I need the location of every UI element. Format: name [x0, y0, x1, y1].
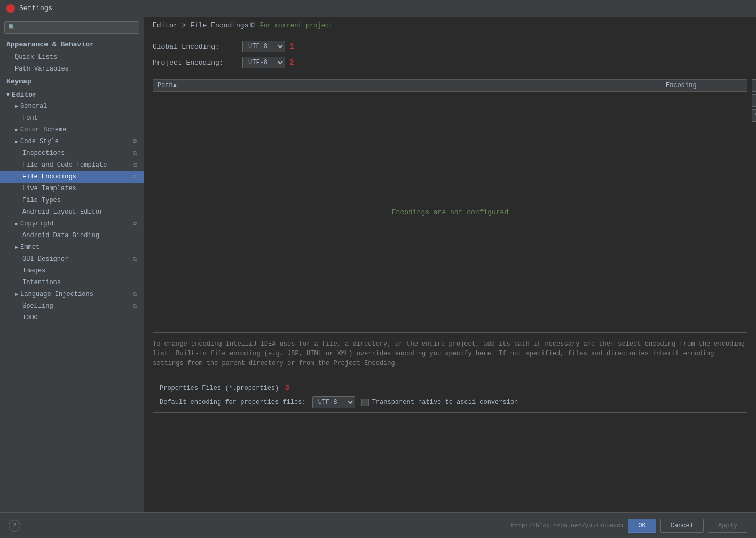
sidebar-item-emmet[interactable]: ▶Emmet: [0, 241, 144, 253]
sidebar-item-copyright[interactable]: ▶Copyright ⧉: [0, 218, 144, 230]
sidebar-item-label: Editor: [12, 91, 37, 99]
default-encoding-label: Default encoding for properties files:: [160, 399, 306, 406]
sidebar-item-label: Code Style: [20, 138, 59, 145]
sidebar-item-code-style[interactable]: ▶Code Style ⧉: [0, 136, 144, 147]
sidebar-item-quick-lists[interactable]: Quick Lists: [0, 51, 144, 63]
sidebar-item-todo[interactable]: TODO: [0, 312, 144, 324]
sidebar-item-label: Path Variables: [15, 65, 69, 73]
properties-encoding-select[interactable]: UTF-8: [312, 396, 355, 408]
help-icon-symbol: ?: [12, 521, 17, 529]
sidebar-item-label: File and Code Template: [22, 161, 107, 169]
sidebar-item-label: Color Scheme: [20, 126, 66, 134]
project-encoding-select[interactable]: UTF-8: [242, 57, 285, 68]
sidebar-item-label: Emmet: [20, 244, 40, 251]
main-layout: 🔍 Appearance & Behavior Quick Lists Path…: [0, 17, 756, 512]
sidebar-item-label: Live Templates: [22, 185, 76, 192]
sidebar-item-gui-designer[interactable]: GUI Designer ⧉: [0, 253, 144, 265]
sidebar-item-label: General: [20, 103, 47, 110]
sidebar-item-label: Images: [22, 267, 45, 275]
bottom-bar: ? http://blog.csdn.net/yu514950381 OK Ca…: [0, 512, 756, 538]
title-bar: Settings: [0, 0, 756, 17]
project-encoding-label: Project Encoding:: [153, 59, 238, 67]
sidebar-item-android-data-binding[interactable]: Android Data Binding: [0, 230, 144, 241]
global-encoding-select[interactable]: UTF-8: [242, 41, 285, 52]
path-table-body: Encodings are not configured: [153, 92, 747, 332]
triangle-icon: ▶: [15, 292, 18, 298]
sidebar-item-images[interactable]: Images: [0, 265, 144, 277]
edit-path-button[interactable]: ✎: [752, 109, 756, 122]
sidebar-item-label: Spelling: [22, 302, 53, 310]
triangle-icon: ▶: [15, 245, 18, 251]
sidebar-item-file-encodings[interactable]: File Encodings ⧉: [0, 171, 144, 183]
triangle-icon: ▶: [15, 221, 18, 227]
sidebar-item-color-scheme[interactable]: ▶Color Scheme: [0, 124, 144, 136]
sidebar-item-live-templates[interactable]: Live Templates: [0, 183, 144, 194]
sidebar-item-label: Quick Lists: [15, 53, 57, 61]
sidebar-item-label: Intentions: [22, 279, 61, 286]
sidebar-item-label: Appearance & Behavior: [6, 41, 94, 49]
properties-row: Default encoding for properties files: U…: [160, 396, 741, 408]
path-column-header: Path▲: [153, 80, 662, 91]
sidebar-item-appearance-behavior[interactable]: Appearance & Behavior: [0, 38, 144, 51]
search-box[interactable]: 🔍: [4, 21, 139, 34]
breadcrumb-icon: ⧉: [250, 21, 255, 29]
copy-icon: ⧉: [133, 256, 137, 262]
path-table-outer: Path▲ Encoding Encodings are not configu…: [153, 79, 747, 333]
sidebar-item-keymap[interactable]: Keymap: [0, 75, 144, 88]
sidebar-item-intentions[interactable]: Intentions: [0, 277, 144, 289]
sidebar-item-language-injections[interactable]: ▶Language Injections ⧉: [0, 289, 144, 300]
table-buttons: + − ✎: [752, 79, 756, 122]
sidebar-item-general[interactable]: ▶General: [0, 100, 144, 112]
project-encoding-row: Project Encoding: UTF-8 2: [153, 57, 747, 68]
sidebar: 🔍 Appearance & Behavior Quick Lists Path…: [0, 17, 144, 512]
properties-number: 3: [285, 384, 289, 392]
transparent-checkbox-container[interactable]: Transparent native-to-ascii conversion: [361, 399, 518, 406]
sidebar-item-label: File Encodings: [22, 173, 76, 181]
sidebar-item-editor[interactable]: ▼ Editor: [0, 88, 144, 100]
properties-title: Properties Files (*.properties) 3: [160, 384, 741, 392]
search-icon: 🔍: [8, 24, 16, 32]
ok-button[interactable]: OK: [628, 519, 656, 533]
properties-section: Properties Files (*.properties) 3 Defaul…: [153, 379, 747, 413]
triangle-icon: ▶: [15, 104, 18, 110]
sidebar-item-label: File Types: [22, 197, 61, 204]
sidebar-item-font[interactable]: Font: [0, 112, 144, 124]
project-encoding-number: 2: [289, 58, 294, 67]
cancel-button[interactable]: Cancel: [660, 519, 704, 533]
copy-icon: ⧉: [133, 174, 137, 180]
transparent-checkbox[interactable]: [361, 399, 369, 406]
encoding-column-header: Encoding: [662, 80, 747, 91]
sidebar-item-label: TODO: [22, 314, 38, 322]
add-path-button[interactable]: +: [752, 79, 756, 92]
encoding-settings: Global Encoding: UTF-8 1 Project Encodin…: [144, 34, 756, 79]
global-encoding-label: Global Encoding:: [153, 43, 238, 51]
sidebar-item-label: Inspections: [22, 150, 65, 157]
help-button[interactable]: ?: [9, 520, 20, 532]
help-text-content: To change encoding IntelliJ IDEA uses fo…: [153, 340, 745, 367]
search-input[interactable]: [18, 24, 136, 32]
sidebar-item-label: Android Layout Editor: [22, 208, 103, 216]
sidebar-item-path-variables[interactable]: Path Variables: [0, 63, 144, 75]
sidebar-item-label: GUI Designer: [22, 255, 68, 263]
transparent-label: Transparent native-to-ascii conversion: [372, 399, 518, 406]
copy-icon: ⧉: [133, 303, 137, 309]
copy-icon: ⧉: [133, 162, 137, 168]
sidebar-item-android-layout-editor[interactable]: Android Layout Editor: [0, 206, 144, 218]
empty-message: Encodings are not configured: [392, 208, 508, 216]
breadcrumb-note: For current project: [259, 22, 333, 29]
bottom-url: http://blog.csdn.net/yu514950381: [511, 523, 624, 529]
remove-path-button[interactable]: −: [752, 94, 756, 107]
url-container: http://blog.csdn.net/yu514950381: [511, 523, 624, 529]
sidebar-item-label: Language Injections: [20, 291, 93, 298]
sidebar-item-inspections[interactable]: Inspections ⧉: [0, 147, 144, 159]
sidebar-item-spelling[interactable]: Spelling ⧉: [0, 300, 144, 312]
triangle-icon: ▼: [6, 92, 10, 98]
window-title: Settings: [19, 4, 52, 12]
breadcrumb-text: Editor > File Encodings: [153, 21, 248, 29]
apply-button[interactable]: Apply: [708, 519, 747, 533]
sidebar-item-label: Android Data Binding: [22, 232, 99, 239]
copy-icon: ⧉: [133, 291, 137, 298]
sidebar-item-file-and-code-template[interactable]: File and Code Template ⧉: [0, 159, 144, 171]
copy-icon: ⧉: [133, 221, 137, 227]
sidebar-item-file-types[interactable]: File Types: [0, 194, 144, 206]
